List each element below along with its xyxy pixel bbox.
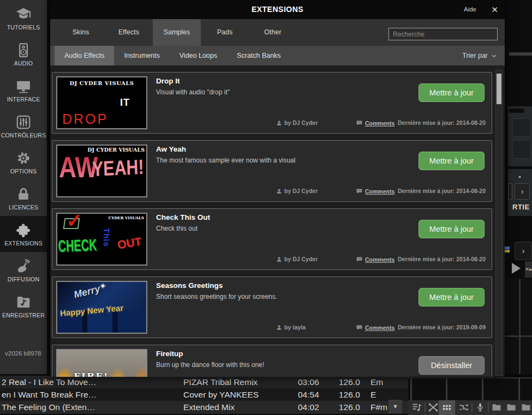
- update-button[interactable]: Mettre à jour: [419, 220, 485, 238]
- folder-icon[interactable]: [491, 402, 502, 413]
- extension-title: Aw Yeah: [156, 145, 186, 153]
- sidebar-item-label: CONTRÔLEURS: [1, 132, 46, 139]
- comments-link[interactable]: Comments: [356, 188, 394, 195]
- deck-display-pill: [509, 109, 524, 113]
- tab-other[interactable]: Other: [249, 19, 297, 46]
- sidebar-item-licences[interactable]: LICENCES: [0, 180, 47, 216]
- extensions-list: DJ CYDER VISUALS IT DROP Drop It Visual …: [50, 65, 494, 377]
- last-updated: Dernière mise à jour: 2014-08-20: [398, 256, 486, 262]
- track-bpm: 126.0: [339, 388, 360, 401]
- playlist: 2 Real - I Like To Move… PIZAR Tribal Re…: [0, 374, 408, 415]
- deck-button-partial[interactable]: [508, 183, 512, 200]
- sidebar-item-label: OPTIONS: [10, 168, 37, 175]
- bottom-strip: 2 Real - I Like To Move… PIZAR Tribal Re…: [0, 374, 532, 415]
- sidebar-item-tutoriels[interactable]: TUTORIELS: [0, 0, 47, 36]
- sidebar-item-label: EXTENSIONS: [4, 240, 43, 246]
- subtab-video-loops[interactable]: Video Loops: [170, 46, 227, 65]
- thumb-brand: CYDER VISUALS: [109, 215, 144, 220]
- thumb-text: YEAH!: [92, 155, 144, 181]
- tab-skins[interactable]: Skins: [57, 19, 105, 46]
- playlist-row[interactable]: The Feeling On (Exten… Extended Mix 04:0…: [0, 401, 408, 414]
- deck-button[interactable]: [512, 118, 531, 137]
- extension-thumbnail: FIRE!: [56, 349, 147, 377]
- playlist-row[interactable]: 2 Real - I Like To Move… PIZAR Tribal Re…: [0, 376, 408, 388]
- scroll-down-icon[interactable]: ▼: [388, 400, 402, 413]
- grid-icon[interactable]: [441, 402, 452, 413]
- subtab-scratch-banks[interactable]: Scratch Banks: [227, 46, 291, 65]
- help-button[interactable]: Aide: [464, 0, 476, 19]
- sidebar-item-extensions[interactable]: EXTENSIONS: [0, 216, 47, 252]
- chevron-right-button[interactable]: ›: [515, 242, 532, 260]
- playlist-row[interactable]: en I Want To Break Fre… Cover by YANKEES…: [0, 388, 408, 401]
- track-time: 03:06: [298, 376, 319, 388]
- comment-bubble-icon: [356, 256, 363, 263]
- subtab-bar: Audio Effects Instruments Video Loops Sc…: [50, 46, 505, 65]
- comments-link[interactable]: Comments: [356, 256, 394, 263]
- close-icon[interactable]: ✕: [491, 0, 498, 19]
- thumb-brand: DJ CYDER VISUALS: [57, 80, 146, 86]
- scrollbar-track[interactable]: [495, 70, 503, 376]
- sidebar-item-label: LICENCES: [9, 204, 38, 210]
- playlist-note-icon[interactable]: [411, 402, 422, 413]
- sort-dropdown[interactable]: Trier par: [462, 46, 497, 65]
- folder-icon[interactable]: [506, 402, 517, 413]
- puzzle-icon: [15, 222, 32, 238]
- output-label: RTIE: [512, 203, 530, 211]
- chevron-right-icon[interactable]: ›: [515, 183, 530, 200]
- uninstall-button[interactable]: Désinstaller: [419, 356, 485, 375]
- lock-icon: [15, 186, 32, 202]
- comments-link[interactable]: Comments: [356, 324, 394, 331]
- extensions-dialog: EXTENSIONS Aide ✕ Skins Effects Samples …: [50, 0, 505, 377]
- thumb-text: OUT: [116, 235, 142, 252]
- subtab-instruments[interactable]: Instruments: [114, 46, 169, 65]
- sidebar-item-diffusion[interactable]: DIFFUSION: [0, 252, 47, 288]
- subtab-audio-effects[interactable]: Audio Effects: [55, 46, 114, 65]
- settings-sidebar: TUTORIELS AUDIO INTERFACE CONTRÔLEURS OP…: [0, 0, 47, 374]
- version-label: v2026 b8978: [5, 350, 41, 357]
- broadcast-icon: [15, 258, 32, 274]
- automix-cross-icon[interactable]: [428, 402, 439, 413]
- thumb-star: ✦: [100, 282, 106, 290]
- update-button[interactable]: Mettre à jour: [419, 288, 485, 306]
- sidebar-item-controleurs[interactable]: CONTRÔLEURS: [0, 108, 47, 144]
- scrollbar-thumb[interactable]: [497, 74, 501, 104]
- thumb-text: Merry: [73, 283, 101, 300]
- background-deck-right: › RTIE › ✕▸: [505, 0, 532, 374]
- tab-pads[interactable]: Pads: [201, 19, 249, 46]
- extension-description: The most famous sample ever now with a v…: [156, 157, 295, 164]
- sidebar-item-label: TUTORIELS: [7, 24, 40, 31]
- extension-title: Check This Out: [156, 213, 210, 221]
- deck-button[interactable]: [512, 140, 531, 159]
- tab-samples[interactable]: Samples: [153, 19, 201, 46]
- author-label: by DJ Cyder: [284, 188, 318, 194]
- extension-item: ✦ Merry Happy New Year Seasons Greetings…: [52, 276, 492, 338]
- microphone-icon[interactable]: [475, 402, 486, 413]
- sidebar-item-label: ENREGISTRER: [2, 312, 45, 318]
- sidebar-item-enregistrer[interactable]: ENREGISTRER: [0, 288, 47, 324]
- extension-title: Seasons Greetings: [156, 281, 223, 290]
- skip-next-icon[interactable]: ✕▸: [525, 261, 532, 278]
- author-label: by DJ Cyder: [284, 119, 318, 126]
- folder-icon[interactable]: [521, 402, 531, 413]
- shuffle-icon[interactable]: [458, 402, 469, 413]
- sidebar-item-interface[interactable]: INTERFACE: [0, 72, 47, 108]
- tab-effects[interactable]: Effects: [105, 19, 153, 46]
- thumb-text: This: [102, 228, 111, 247]
- search-input[interactable]: [388, 28, 498, 40]
- sort-label: Trier par: [462, 46, 488, 65]
- extension-description: Burn up the dance floor with this one!: [156, 361, 264, 369]
- sidebar-item-options[interactable]: OPTIONS: [0, 144, 47, 180]
- track-time: 04:54: [298, 388, 319, 401]
- track-key: F#m: [370, 401, 387, 413]
- update-button[interactable]: Mettre à jour: [419, 152, 485, 170]
- comments-label: Comments: [365, 324, 394, 331]
- person-icon: [276, 324, 282, 330]
- comments-link[interactable]: Comments: [356, 119, 394, 127]
- play-icon[interactable]: [512, 263, 521, 274]
- sidebar-item-audio[interactable]: AUDIO: [0, 36, 47, 72]
- extension-description: Short seasons greetings for your screens…: [156, 293, 277, 300]
- person-icon: [276, 256, 282, 262]
- last-updated: Dernière mise à jour: 2014-08-20: [398, 188, 486, 194]
- extension-item: CYDER VISUALS ✓ CHECK This OUT Check Thi…: [52, 208, 492, 270]
- update-button[interactable]: Mettre à jour: [419, 83, 485, 102]
